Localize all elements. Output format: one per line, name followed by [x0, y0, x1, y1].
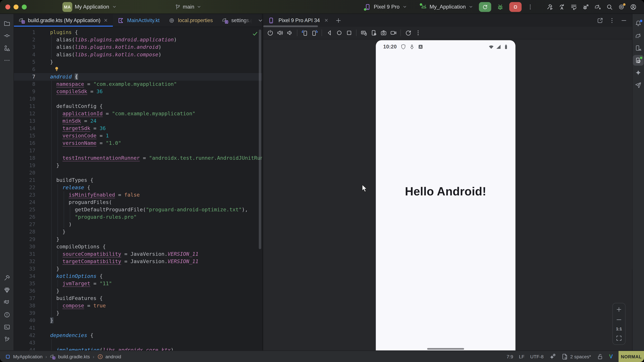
code-line-36[interactable]: 36 }	[14, 287, 262, 295]
code-line-12[interactable]: 12 applicationId = "com.example.myapplic…	[14, 110, 262, 117]
breadcrumb-item-android[interactable]: λandroid	[97, 354, 121, 359]
more-vertical-icon[interactable]	[608, 17, 615, 24]
code-line-14[interactable]: 14 targetSdk = 36	[14, 125, 262, 132]
line-number[interactable]: 4	[14, 51, 44, 58]
code-line-6[interactable]: 6	[14, 66, 262, 73]
line-number[interactable]: 39	[14, 310, 44, 317]
zoom-window-button[interactable]	[22, 4, 27, 9]
run-configuration-selector[interactable]: My_Application	[420, 0, 474, 13]
code-line-37[interactable]: 37 buildFeatures {	[14, 295, 262, 302]
caret-position-widget[interactable]: 7:9	[507, 354, 513, 359]
code-line-15[interactable]: 15 versionCode = 1	[14, 132, 262, 140]
line-number[interactable]: 35	[14, 280, 44, 287]
code-line-43[interactable]: 43	[14, 339, 262, 347]
line-number[interactable]: 25	[14, 206, 44, 213]
line-number[interactable]: 10	[14, 95, 44, 103]
code-line-1[interactable]: 1plugins {	[14, 29, 262, 36]
tool-stripe-item-project-folder[interactable]	[2, 18, 12, 29]
code-line-30[interactable]: 30 compileOptions {	[14, 243, 262, 250]
code-line-10[interactable]: 10	[14, 95, 262, 103]
code-line-24[interactable]: 24 proguardFiles(	[14, 199, 262, 206]
tool-stripe-item-plane[interactable]	[633, 80, 644, 90]
code-line-35[interactable]: 35 jvmTarget = "11"	[14, 280, 262, 287]
breadcrumb-item-build.gradle.kts[interactable]: build.gradle.kts	[50, 354, 90, 359]
attach-debugger-icon[interactable]	[582, 3, 589, 10]
line-number[interactable]: 41	[14, 324, 44, 332]
code-line-16[interactable]: 16 versionName = "1.0"	[14, 140, 262, 147]
tool-stripe-item-build-hammer[interactable]	[2, 273, 12, 283]
breadcrumb-item-MyApplication[interactable]: MyApplication	[5, 354, 42, 359]
emulator-nav-overview-button[interactable]	[345, 28, 353, 37]
toolbar-scrollbar[interactable]	[263, 25, 318, 27]
emulator-rotate-right-button[interactable]	[310, 28, 319, 37]
tool-stripe-item-terminal[interactable]	[2, 322, 12, 333]
code-line-38[interactable]: 38 compose = true	[14, 302, 262, 309]
tool-stripe-item-gem[interactable]	[2, 285, 12, 296]
emulator-snapshot-reset-button[interactable]	[404, 28, 412, 37]
phone-screen[interactable]: 10:20 A Hello Android!	[376, 40, 516, 352]
line-number[interactable]: 2	[14, 36, 44, 43]
emulator-more-vertical-button[interactable]	[414, 28, 422, 37]
tool-stripe-item-running-devices[interactable]	[633, 55, 644, 66]
emulator-display-mirror-button[interactable]	[360, 28, 368, 37]
emulator-screenshot-camera-button[interactable]	[379, 28, 388, 37]
code-line-22[interactable]: 22 release {	[14, 184, 262, 191]
chevron-down-icon[interactable]	[257, 17, 264, 24]
line-number[interactable]: 42	[14, 332, 44, 339]
code-line-28[interactable]: 28 }	[14, 228, 262, 236]
tool-stripe-item-commit[interactable]	[2, 30, 12, 41]
code-line-33[interactable]: 33 }	[14, 265, 262, 273]
line-number[interactable]: 13	[14, 117, 44, 125]
line-number[interactable]: 34	[14, 273, 44, 280]
line-number[interactable]: 16	[14, 140, 44, 147]
build-hammer-run-icon[interactable]	[547, 3, 553, 10]
tool-stripe-item-device-manager[interactable]	[633, 43, 644, 53]
line-number[interactable]: 43	[14, 339, 44, 347]
code-line-32[interactable]: 32 targetCompatibility = JavaVersion.VER…	[14, 258, 262, 265]
indent-widget[interactable]: 2 spaces*	[562, 353, 591, 360]
editor-tab-1[interactable]: build.gradle.kts (My Application)	[14, 14, 113, 27]
code-line-18[interactable]: 18 testInstrumentationRunner = "androidx…	[14, 154, 262, 162]
code-line-8[interactable]: 8 namespace = "com.example.myapplication…	[14, 80, 262, 88]
vcs-branch-widget[interactable]: main	[175, 0, 202, 13]
line-separator-widget[interactable]: LF	[519, 354, 524, 359]
emulator-screen-record-button[interactable]	[389, 28, 398, 37]
project-widget[interactable]: MA My Application	[62, 0, 117, 13]
tool-stripe-item-problems[interactable]	[2, 310, 12, 320]
line-number[interactable]: 30	[14, 243, 44, 250]
line-number[interactable]: 40	[14, 317, 44, 324]
emulator-power-button[interactable]	[266, 28, 274, 37]
close-x-icon[interactable]	[103, 17, 109, 23]
editor-tab-4[interactable]: settings.g	[217, 14, 257, 27]
line-number[interactable]: 15	[14, 132, 44, 140]
line-number[interactable]: 32	[14, 258, 44, 265]
code-line-21[interactable]: 21 buildTypes {	[14, 176, 262, 184]
editor-tab-2[interactable]: MainActivity.kt	[113, 14, 164, 27]
fit-screen-icon[interactable]	[616, 335, 622, 341]
line-number[interactable]: 31	[14, 250, 44, 258]
editor-scrollbar[interactable]	[259, 29, 261, 249]
open-in-window-icon[interactable]	[597, 17, 603, 24]
line-number[interactable]: 18	[14, 154, 44, 162]
emulator-nav-home-button[interactable]	[335, 28, 343, 37]
line-number[interactable]: 5	[14, 58, 44, 66]
line-number[interactable]: 28	[14, 228, 44, 236]
line-number[interactable]: 14	[14, 125, 44, 132]
line-number[interactable]: 6	[14, 66, 44, 73]
code-line-29[interactable]: 29 }	[14, 236, 262, 243]
device-selector[interactable]: Pixel 9 Pro	[365, 0, 407, 13]
line-number[interactable]: 3	[14, 43, 44, 51]
debug-bug-icon[interactable]	[496, 3, 504, 10]
code-line-20[interactable]: 20	[14, 169, 262, 176]
line-number[interactable]: 37	[14, 295, 44, 302]
line-number[interactable]: 20	[14, 169, 44, 176]
tool-stripe-item-gradle-elephant[interactable]	[633, 30, 644, 41]
tool-stripe-item-more-horizontal[interactable]	[2, 55, 12, 66]
line-number[interactable]: 24	[14, 199, 44, 206]
code-line-42[interactable]: 42dependencies {	[14, 332, 262, 339]
vim-mode-badge[interactable]: NORMAL	[618, 351, 644, 362]
code-line-26[interactable]: 26 "proguard-rules.pro"	[14, 213, 262, 221]
close-window-button[interactable]	[5, 4, 10, 9]
hide-minimize-icon[interactable]	[620, 17, 627, 24]
tool-stripe-item-gemini-sparkle[interactable]	[633, 67, 644, 78]
